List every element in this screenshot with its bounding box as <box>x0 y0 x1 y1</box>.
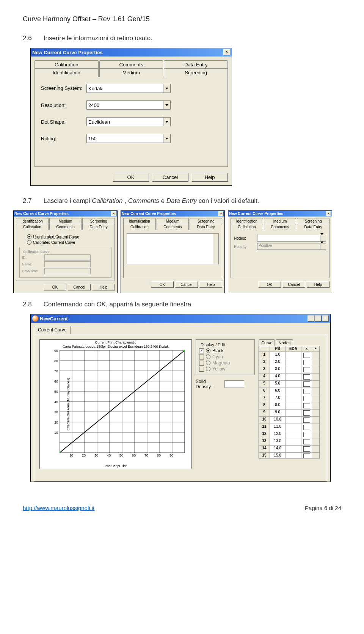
ok-button[interactable]: OK <box>113 173 149 182</box>
cell-ps[interactable]: 2.0 <box>270 359 286 366</box>
tab-data-entry[interactable]: Data Entry <box>190 224 222 230</box>
close-icon[interactable]: × <box>218 211 224 216</box>
cancel-button[interactable]: Cancel <box>68 284 91 290</box>
cell-ps[interactable]: 11.0 <box>270 424 286 431</box>
cell-x[interactable] <box>301 388 312 395</box>
cell-x[interactable] <box>301 446 312 453</box>
radio-yellow[interactable] <box>206 367 210 371</box>
cell-x[interactable] <box>301 402 312 410</box>
combo-nodes[interactable] <box>257 235 326 242</box>
ok-button[interactable]: OK <box>151 281 174 288</box>
scrollbar[interactable] <box>213 234 218 264</box>
cell-eda[interactable] <box>286 417 301 424</box>
tab-screening[interactable]: Screening <box>82 218 115 224</box>
scrollbar-track[interactable] <box>312 366 320 373</box>
table-row[interactable]: 1515.0 <box>259 453 320 458</box>
scrollbar-track[interactable] <box>312 395 320 402</box>
tab-identification[interactable]: Identification <box>35 68 99 77</box>
close-icon[interactable]: × <box>111 211 116 216</box>
ok-button[interactable]: OK <box>44 284 66 290</box>
close-icon[interactable]: × <box>223 49 230 55</box>
tab-identification[interactable]: Identification <box>123 218 156 224</box>
close-icon[interactable]: × <box>322 315 329 322</box>
cell-ps[interactable]: 15.0 <box>270 453 286 458</box>
cancel-button[interactable]: Cancel <box>175 281 198 288</box>
tab-screening[interactable]: Screening <box>190 218 222 224</box>
minimize-icon[interactable]: _ <box>308 315 314 322</box>
table-row[interactable]: 1212.0 <box>259 431 320 438</box>
scrollbar-track[interactable] <box>312 424 320 431</box>
cell-ps[interactable]: 7.0 <box>270 395 286 402</box>
cell-x[interactable] <box>301 395 312 402</box>
scrollbar-track[interactable] <box>312 381 320 388</box>
cell-x[interactable] <box>301 381 312 388</box>
cell-ps[interactable]: 8.0 <box>270 402 286 410</box>
table-row[interactable]: 88.0 <box>259 402 320 410</box>
cell-eda[interactable] <box>286 359 301 366</box>
close-icon[interactable]: × <box>326 211 331 216</box>
radio-black[interactable] <box>206 348 210 353</box>
table-row[interactable]: 77.0 <box>259 395 320 402</box>
cell-ps[interactable]: 12.0 <box>270 431 286 438</box>
chevron-down-icon[interactable] <box>163 84 170 93</box>
cell-x[interactable] <box>301 359 312 366</box>
cell-x[interactable] <box>301 431 312 438</box>
chevron-down-icon[interactable] <box>163 134 170 143</box>
scrollbar-track[interactable] <box>312 446 320 453</box>
cell-x[interactable] <box>301 438 312 446</box>
tab-nodes[interactable]: Nodes <box>276 339 293 346</box>
cell-ps[interactable]: 9.0 <box>270 410 286 417</box>
combo-ruling[interactable]: 150 <box>86 134 171 143</box>
radio-cyan[interactable] <box>206 355 210 359</box>
cell-x[interactable] <box>301 417 312 424</box>
table-row[interactable]: 44.0 <box>259 373 320 381</box>
tab-data-entry[interactable]: Data Entry <box>82 224 115 230</box>
cell-x[interactable] <box>301 373 312 381</box>
cell-x[interactable] <box>301 410 312 417</box>
radio-icon[interactable] <box>27 240 31 245</box>
scrollbar-track[interactable] <box>312 453 320 458</box>
tab-medium[interactable]: Medium <box>157 218 189 224</box>
radio-magenta[interactable] <box>206 361 210 365</box>
maximize-icon[interactable]: □ <box>315 315 322 322</box>
help-button[interactable]: Help <box>307 281 329 288</box>
cell-eda[interactable] <box>286 388 301 395</box>
tab-screening[interactable]: Screening <box>297 218 329 224</box>
ok-button[interactable]: OK <box>258 281 281 288</box>
scrollbar-track[interactable] <box>312 438 320 446</box>
chevron-down-icon[interactable] <box>163 118 170 126</box>
tab-medium[interactable]: Medium <box>99 68 163 77</box>
scroll-up-icon[interactable]: ▲ <box>312 346 320 352</box>
tab-comments[interactable]: Comments <box>157 224 189 230</box>
cell-eda[interactable] <box>286 381 301 388</box>
tab-screening[interactable]: Screening <box>164 68 228 77</box>
comments-textarea[interactable] <box>127 233 219 264</box>
cell-x[interactable] <box>301 453 312 458</box>
table-row[interactable]: 1313.0 <box>259 438 320 446</box>
input-solid-density[interactable] <box>224 380 244 388</box>
tab-calibration[interactable]: Calibration <box>231 224 263 230</box>
cell-ps[interactable]: 4.0 <box>270 373 286 381</box>
table-row[interactable]: 1010.0 <box>259 417 320 424</box>
cell-eda[interactable] <box>286 352 301 359</box>
table-row[interactable]: 1111.0 <box>259 424 320 431</box>
checkbox-black[interactable] <box>199 348 204 353</box>
tab-data-entry[interactable]: Data Entry <box>297 224 329 230</box>
table-row[interactable]: 55.0 <box>259 381 320 388</box>
cell-eda[interactable] <box>286 424 301 431</box>
radio-calibrated[interactable]: Calibrated Current Curve <box>27 240 111 245</box>
tab-calibration[interactable]: Calibration <box>16 224 49 230</box>
cell-ps[interactable]: 10.0 <box>270 417 286 424</box>
table-row[interactable]: 11.0 <box>259 352 320 359</box>
chevron-down-icon[interactable] <box>320 235 326 241</box>
cell-ps[interactable]: 13.0 <box>270 438 286 446</box>
cell-ps[interactable]: 6.0 <box>270 388 286 395</box>
tab-calibration[interactable]: Calibration <box>35 60 99 69</box>
scrollbar-track[interactable] <box>312 402 320 410</box>
tab-comments[interactable]: Comments <box>49 224 82 230</box>
tab-data-entry[interactable]: Data Entry <box>164 60 228 69</box>
tab-medium[interactable]: Medium <box>49 218 82 224</box>
table-row[interactable]: 33.0 <box>259 366 320 373</box>
help-button[interactable]: Help <box>92 284 115 290</box>
tab-identification[interactable]: Identification <box>231 218 263 224</box>
